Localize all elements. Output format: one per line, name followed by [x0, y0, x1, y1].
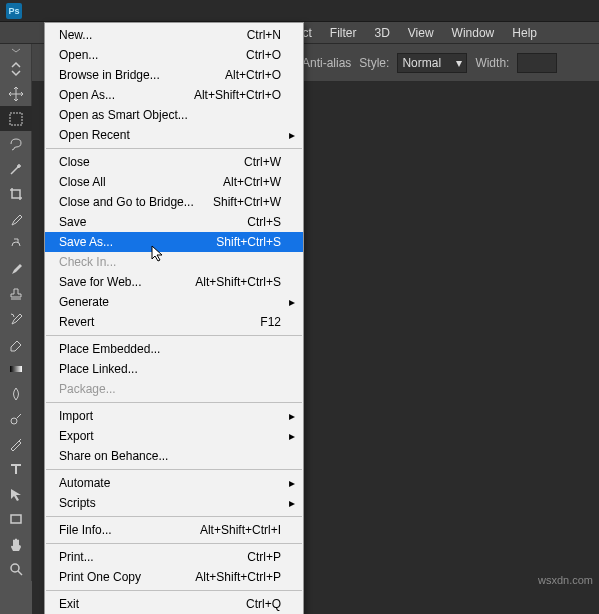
menu-item-label: Open...	[59, 48, 246, 62]
menu-item-label: Package...	[59, 382, 281, 396]
menu-item-save-as[interactable]: Save As...Shift+Ctrl+S	[45, 232, 303, 252]
menu-item-shortcut: Ctrl+Q	[246, 597, 281, 611]
menu-item-shortcut: Alt+Shift+Ctrl+S	[195, 275, 281, 289]
menu-item-open-as[interactable]: Open As...Alt+Shift+Ctrl+O	[45, 85, 303, 105]
style-select[interactable]: Normal ▾	[397, 53, 467, 73]
menu-item-label: Save for Web...	[59, 275, 195, 289]
menu-item-save-for-web[interactable]: Save for Web...Alt+Shift+Ctrl+S	[45, 272, 303, 292]
menu-item-close-and-go-to-bridge[interactable]: Close and Go to Bridge...Shift+Ctrl+W	[45, 192, 303, 212]
menubar-item-window[interactable]: Window	[443, 22, 504, 43]
menu-item-package: Package...	[45, 379, 303, 399]
tool-move[interactable]	[0, 81, 32, 106]
menu-separator	[46, 590, 302, 591]
tool-eraser[interactable]	[0, 331, 32, 356]
tool-rect[interactable]	[0, 506, 32, 531]
menu-item-exit[interactable]: ExitCtrl+Q	[45, 594, 303, 614]
menu-item-shortcut: Shift+Ctrl+S	[216, 235, 281, 249]
menu-item-place-linked[interactable]: Place Linked...	[45, 359, 303, 379]
menu-item-label: Open As...	[59, 88, 194, 102]
menu-item-shortcut: Ctrl+P	[247, 550, 281, 564]
menu-item-place-embedded[interactable]: Place Embedded...	[45, 339, 303, 359]
menu-item-new[interactable]: New...Ctrl+N	[45, 25, 303, 45]
tool-lasso[interactable]	[0, 131, 32, 156]
menu-separator	[46, 402, 302, 403]
menu-item-shortcut: Shift+Ctrl+W	[213, 195, 281, 209]
menu-item-label: Automate	[59, 476, 281, 490]
tool-marquee[interactable]	[0, 106, 32, 131]
menu-item-label: Close and Go to Bridge...	[59, 195, 213, 209]
menu-separator	[46, 469, 302, 470]
menu-item-label: Close	[59, 155, 244, 169]
menu-item-generate[interactable]: Generate▸	[45, 292, 303, 312]
menu-item-open-recent[interactable]: Open Recent▸	[45, 125, 303, 145]
app-logo: Ps	[6, 3, 22, 19]
menu-item-import[interactable]: Import▸	[45, 406, 303, 426]
tool-heal[interactable]	[0, 231, 32, 256]
tool-brush[interactable]	[0, 256, 32, 281]
menu-separator	[46, 148, 302, 149]
menu-item-browse-in-bridge[interactable]: Browse in Bridge...Alt+Ctrl+O	[45, 65, 303, 85]
tool-dodge[interactable]	[0, 406, 32, 431]
menubar-item-filter[interactable]: Filter	[321, 22, 366, 43]
tool-stamp[interactable]	[0, 281, 32, 306]
menubar-item-view[interactable]: View	[399, 22, 443, 43]
tool-pen[interactable]	[0, 431, 32, 456]
svg-rect-1	[10, 113, 22, 125]
menu-item-label: Generate	[59, 295, 281, 309]
anti-alias-label: Anti-alias	[302, 56, 351, 70]
menu-item-label: Open Recent	[59, 128, 281, 142]
tool-path[interactable]	[0, 481, 32, 506]
chevron-down-icon: ▾	[456, 56, 462, 70]
menu-item-label: Print...	[59, 550, 247, 564]
submenu-arrow-icon: ▸	[289, 496, 295, 510]
menu-item-save[interactable]: SaveCtrl+S	[45, 212, 303, 232]
menu-item-print[interactable]: Print...Ctrl+P	[45, 547, 303, 567]
menu-separator	[46, 335, 302, 336]
menu-item-label: Print One Copy	[59, 570, 195, 584]
menu-item-label: Save As...	[59, 235, 216, 249]
menu-item-export[interactable]: Export▸	[45, 426, 303, 446]
menu-item-label: New...	[59, 28, 247, 42]
menubar-item-3d[interactable]: 3D	[365, 22, 398, 43]
tool-history[interactable]	[0, 306, 32, 331]
tool-wand[interactable]	[0, 156, 32, 181]
tool-crop[interactable]	[0, 181, 32, 206]
menu-item-shortcut: Alt+Shift+Ctrl+P	[195, 570, 281, 584]
toolbox-collapse-handle[interactable]	[0, 44, 32, 56]
menu-item-share-on-behance[interactable]: Share on Behance...	[45, 446, 303, 466]
tool-blur[interactable]	[0, 381, 32, 406]
menu-item-shortcut: Ctrl+N	[247, 28, 281, 42]
menu-item-file-info[interactable]: File Info...Alt+Shift+Ctrl+I	[45, 520, 303, 540]
menu-item-open[interactable]: Open...Ctrl+O	[45, 45, 303, 65]
tool-type[interactable]	[0, 456, 32, 481]
tool-hand[interactable]	[0, 531, 32, 556]
svg-rect-4	[11, 515, 21, 523]
menu-separator	[46, 543, 302, 544]
menu-item-check-in: Check In...	[45, 252, 303, 272]
menu-item-print-one-copy[interactable]: Print One CopyAlt+Shift+Ctrl+P	[45, 567, 303, 587]
menu-item-close[interactable]: CloseCtrl+W	[45, 152, 303, 172]
tool-zoom[interactable]	[0, 556, 32, 581]
menu-item-label: Exit	[59, 597, 246, 611]
menu-item-shortcut: Alt+Shift+Ctrl+O	[194, 88, 281, 102]
menu-item-shortcut: F12	[260, 315, 281, 329]
width-field[interactable]	[517, 53, 557, 73]
menu-item-revert[interactable]: RevertF12	[45, 312, 303, 332]
menu-item-close-all[interactable]: Close AllAlt+Ctrl+W	[45, 172, 303, 192]
menubar-item-help[interactable]: Help	[503, 22, 546, 43]
submenu-arrow-icon: ▸	[289, 409, 295, 423]
tool-eyedropper[interactable]	[0, 206, 32, 231]
menu-item-label: Export	[59, 429, 281, 443]
toolbox	[0, 44, 32, 581]
menu-item-scripts[interactable]: Scripts▸	[45, 493, 303, 513]
titlebar: Ps	[0, 0, 599, 22]
menu-item-shortcut: Ctrl+W	[244, 155, 281, 169]
menu-item-label: Revert	[59, 315, 260, 329]
menu-item-automate[interactable]: Automate▸	[45, 473, 303, 493]
tool-gradient[interactable]	[0, 356, 32, 381]
tool-expand[interactable]	[0, 56, 32, 81]
submenu-arrow-icon: ▸	[289, 128, 295, 142]
menu-item-shortcut: Ctrl+S	[247, 215, 281, 229]
svg-point-3	[11, 418, 17, 424]
menu-item-open-as-smart-object[interactable]: Open as Smart Object...	[45, 105, 303, 125]
